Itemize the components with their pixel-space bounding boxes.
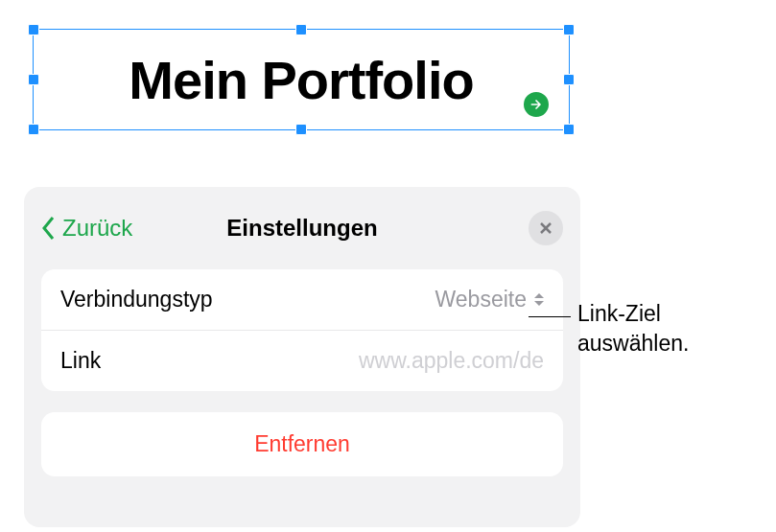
callout-line-2: auswählen. [577, 329, 689, 359]
back-button[interactable]: Zurück [41, 215, 132, 242]
close-button[interactable] [529, 211, 563, 245]
resize-handle-bl[interactable] [28, 124, 39, 135]
link-url-value[interactable]: www.apple.com/de [359, 348, 544, 374]
resize-handle-tl[interactable] [28, 24, 39, 35]
chevron-left-icon [41, 216, 57, 241]
resize-handle-mr[interactable] [563, 74, 575, 85]
resize-handle-tc[interactable] [295, 24, 307, 35]
resize-handle-ml[interactable] [28, 74, 39, 85]
title-text[interactable]: Mein Portfolio [34, 49, 569, 111]
link-indicator-icon[interactable] [521, 89, 552, 120]
up-down-chevron-icon [534, 293, 544, 306]
selected-text-frame[interactable]: Mein Portfolio [33, 29, 570, 130]
back-label: Zurück [62, 215, 132, 242]
resize-handle-br[interactable] [563, 124, 575, 135]
link-type-row[interactable]: Verbindungstyp Webseite [41, 269, 563, 330]
remove-button[interactable]: Entfernen [41, 412, 563, 476]
link-url-row[interactable]: Link www.apple.com/de [41, 330, 563, 391]
link-settings-panel: Zurück Einstellungen Verbindungstyp Webs… [24, 187, 580, 527]
panel-title: Einstellungen [226, 215, 377, 242]
settings-group: Verbindungstyp Webseite Link www.apple.c… [41, 269, 563, 391]
callout-text: Link-Ziel auswählen. [577, 299, 689, 359]
callout-leader-line [529, 316, 571, 317]
callout-line-1: Link-Ziel [577, 299, 689, 329]
link-type-value: Webseite [435, 287, 527, 312]
resize-handle-bc[interactable] [295, 124, 307, 135]
link-type-label: Verbindungstyp [60, 287, 213, 312]
resize-handle-tr[interactable] [563, 24, 575, 35]
close-icon [539, 221, 553, 235]
link-url-label: Link [60, 348, 101, 374]
